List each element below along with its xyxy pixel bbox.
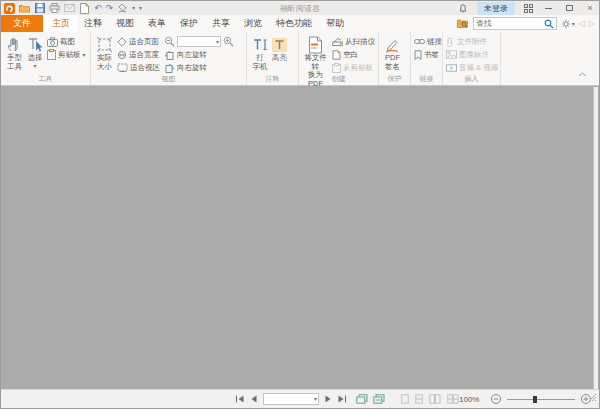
clipboard-page-icon[interactable] <box>373 394 385 404</box>
audio-video-button[interactable]: 音频 & 视频 <box>446 61 498 74</box>
redo-icon[interactable]: ↷ <box>106 4 114 13</box>
actual-size-label: 实际 大小 <box>97 54 112 71</box>
ribbon: 手型 工具 选择 ▾ 截图 剪贴板 ▾ 工具 <box>1 32 599 86</box>
file-search-icon[interactable] <box>457 15 469 33</box>
zoom-slider-handle[interactable] <box>533 396 537 403</box>
previous-page-icon[interactable] <box>250 395 258 403</box>
from-clipboard-button[interactable]: 从剪贴板 <box>332 61 375 74</box>
blank-document-button[interactable]: 空白 <box>332 48 375 61</box>
login-button[interactable]: 未登录 <box>477 2 515 15</box>
actual-size-icon <box>96 35 113 54</box>
ribbon-group-protect: PDF 签名 保护 <box>379 32 411 85</box>
save-icon[interactable] <box>34 3 45 14</box>
zoom-slider-track <box>507 399 575 400</box>
ribbon-group-comment: 打 字机 高亮 注释 <box>247 32 299 85</box>
clipboard-label: 剪贴板 <box>58 50 81 60</box>
search-input[interactable] <box>476 19 544 28</box>
from-clipboard-icon <box>332 63 341 73</box>
audio-video-icon <box>446 64 457 72</box>
select-cursor-icon <box>27 35 43 54</box>
ribbon-group-view: 实际 大小 适合页面 适合宽度 适合视区 <box>91 32 247 85</box>
pdf-sign-button[interactable]: PDF 签名 <box>382 35 403 71</box>
tab-view[interactable]: 视图 <box>109 15 141 32</box>
zoom-in-icon[interactable] <box>223 36 234 47</box>
select-tool-button[interactable]: 选择 ▾ <box>25 35 45 69</box>
link-label: 链接 <box>427 37 442 47</box>
bookmark-button[interactable]: 书签 <box>414 48 442 61</box>
hand-tool-button[interactable]: 手型 工具 <box>4 35 25 71</box>
snapshot-page-icon[interactable] <box>356 394 368 404</box>
tab-comment[interactable]: 注释 <box>77 15 109 32</box>
zoom-combo-caret-icon: ▾ <box>216 39 219 45</box>
zoom-percentage: 100% <box>459 395 485 404</box>
actual-size-button[interactable]: 实际 大小 <box>94 35 115 71</box>
rotate-right-button[interactable]: 向右旋转 <box>164 61 234 74</box>
fit-width-button[interactable]: 适合宽度 <box>117 48 160 61</box>
link-icon <box>414 38 425 45</box>
file-attachment-button[interactable]: 文件附件 <box>446 35 498 48</box>
highlight-icon <box>272 38 287 52</box>
clipboard-caret-icon: ▾ <box>83 52 86 58</box>
hand-icon <box>6 35 23 54</box>
tab-protect[interactable]: 保护 <box>173 15 205 32</box>
clipboard-button[interactable]: 剪贴板 ▾ <box>47 48 86 61</box>
facing-view-icon[interactable] <box>429 394 441 404</box>
search-options-button[interactable]: ▾ <box>561 19 575 29</box>
document-area: 正在转换... 10% <box>2 87 593 389</box>
highlight-button[interactable]: 高亮 <box>270 35 289 63</box>
print-icon[interactable] <box>49 3 60 14</box>
status-bar: ▾ 100% <box>1 389 599 408</box>
ink-signature-icon[interactable] <box>117 3 128 14</box>
single-page-view-icon[interactable] <box>401 394 409 404</box>
select-tool-label: 选择 <box>28 54 43 63</box>
minimize-button[interactable] <box>542 3 554 13</box>
open-file-icon[interactable] <box>19 3 30 14</box>
tab-form[interactable]: 表单 <box>141 15 173 32</box>
collapse-ribbon-button[interactable] <box>578 63 587 81</box>
view-back-icon[interactable]: ◁ <box>579 19 585 28</box>
gear-icon <box>561 19 571 29</box>
foxit-logo-icon[interactable] <box>4 3 15 14</box>
pdf-sign-icon <box>384 35 401 54</box>
tab-file[interactable]: 文件 <box>1 15 43 32</box>
tab-home[interactable]: 主页 <box>45 15 77 32</box>
search-magnifier-icon[interactable] <box>544 19 554 29</box>
screenshot-button[interactable]: 截图 <box>47 35 86 48</box>
continuous-facing-view-icon[interactable] <box>447 394 459 404</box>
continuous-view-icon[interactable] <box>415 394 423 404</box>
zoom-out-icon[interactable] <box>164 36 175 47</box>
zoom-slider[interactable] <box>507 395 575 404</box>
rotate-left-button[interactable]: 向左旋转 <box>164 48 234 61</box>
fit-page-button[interactable]: 适合页面 <box>117 35 160 48</box>
link-button[interactable]: 链接 <box>414 35 442 48</box>
pdf-sign-label: PDF 签名 <box>385 54 400 71</box>
next-page-icon[interactable] <box>324 395 332 403</box>
tab-help[interactable]: 帮助 <box>319 15 351 32</box>
create-group-label: 创建 <box>299 74 378 84</box>
first-page-icon[interactable] <box>235 395 245 403</box>
tab-browse[interactable]: 浏览 <box>237 15 269 32</box>
fit-visible-button[interactable]: 适合视区 <box>117 61 160 74</box>
fit-width-icon <box>117 50 127 60</box>
zoom-level-combobox[interactable]: ▾ <box>177 36 221 47</box>
zoom-out-button[interactable] <box>490 393 502 405</box>
tab-share[interactable]: 共享 <box>205 15 237 32</box>
email-icon[interactable] <box>64 3 75 14</box>
view-forward-icon[interactable]: ▷ <box>589 19 595 28</box>
from-scanner-button[interactable]: 从扫描仪 <box>332 35 375 48</box>
resize-grip[interactable] <box>588 388 597 406</box>
customize-toolbar-icon[interactable]: ▾ <box>139 5 142 11</box>
vertical-scrollbar[interactable] <box>593 87 598 389</box>
tab-features[interactable]: 特色功能 <box>269 15 319 32</box>
last-page-icon[interactable] <box>337 395 347 403</box>
undo-icon[interactable]: ↶ <box>94 4 102 13</box>
maximize-button[interactable] <box>563 3 575 13</box>
image-annotation-button[interactable]: 图像标注 <box>446 48 498 61</box>
new-document-icon[interactable] <box>79 3 90 14</box>
rotate-right-label: 向右旋转 <box>177 63 207 73</box>
bookmark-icon <box>414 50 422 60</box>
close-button[interactable]: × <box>584 3 596 13</box>
ink-signature-caret-icon[interactable]: ▾ <box>132 5 135 11</box>
typewriter-button[interactable]: 打 字机 <box>250 35 270 71</box>
page-number-combobox[interactable]: ▾ <box>263 393 319 405</box>
